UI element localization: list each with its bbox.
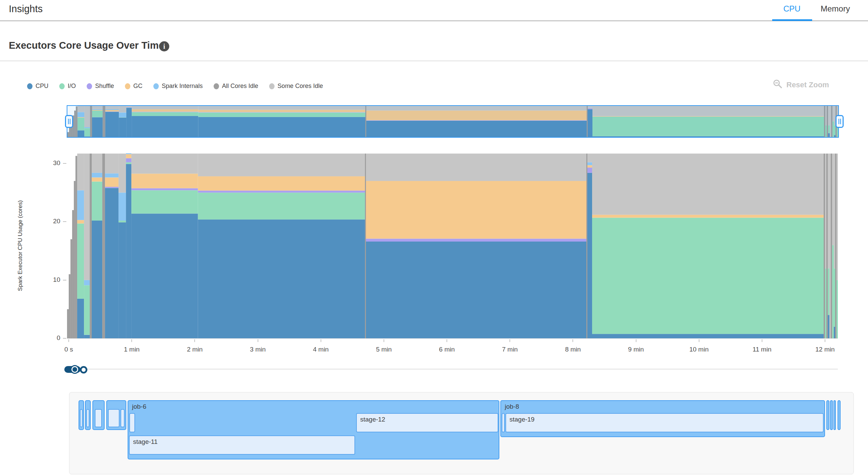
tab-memory[interactable]: Memory bbox=[821, 4, 850, 14]
legend-item-some-cores-idle[interactable]: Some Cores Idle bbox=[269, 83, 323, 90]
series-gc-segment bbox=[126, 154, 131, 158]
legend-item-shuffle[interactable]: Shuffle bbox=[87, 83, 114, 90]
series-cpu-segment bbox=[126, 164, 131, 338]
series-io-segment bbox=[198, 193, 365, 219]
stage-chip[interactable] bbox=[502, 413, 505, 432]
legend-item-i-o[interactable]: I/O bbox=[59, 83, 76, 90]
series-gc-segment bbox=[366, 181, 586, 239]
series-cpu-segment bbox=[592, 334, 824, 338]
x-tick-mark bbox=[825, 339, 825, 342]
x-tick-mark bbox=[636, 339, 636, 342]
series-io-segment bbox=[825, 268, 826, 338]
stage-chip[interactable] bbox=[95, 409, 102, 427]
series-gc-segment bbox=[77, 220, 84, 223]
section-title: Executors Core Usage Over Time bbox=[9, 40, 164, 51]
series-all_idle-segment bbox=[824, 154, 825, 338]
x-tick-mark bbox=[572, 339, 573, 342]
series-cpu-segment bbox=[105, 188, 118, 339]
zoom-slider-handle-left[interactable] bbox=[71, 366, 78, 373]
series-gc-segment bbox=[587, 165, 592, 167]
legend-dot-gc bbox=[125, 83, 130, 89]
y-tick-label: 20 bbox=[47, 218, 60, 225]
x-tick-label: 9 min bbox=[619, 346, 653, 353]
info-icon[interactable]: i bbox=[159, 41, 169, 51]
series-some_idle-segment bbox=[829, 154, 831, 338]
y-axis-title: Spark Executor CPU Usage (cores) bbox=[17, 200, 24, 291]
x-tick-mark bbox=[699, 339, 699, 342]
series-some_idle-segment bbox=[366, 154, 586, 181]
series-all_idle-segment bbox=[102, 154, 105, 338]
series-some_idle-segment bbox=[837, 154, 838, 280]
overview-chart[interactable] bbox=[67, 105, 839, 138]
x-tick-mark bbox=[131, 339, 132, 342]
series-internals-segment bbox=[126, 153, 131, 154]
legend-dot-shuffle bbox=[87, 83, 92, 89]
series-shuffle-segment bbox=[366, 239, 586, 242]
legend: CPUI/OShuffleGCSpark InternalsAll Cores … bbox=[27, 83, 323, 90]
x-tick-mark bbox=[762, 339, 762, 342]
series-cpu-segment bbox=[828, 315, 829, 338]
legend-dot-all_idle bbox=[214, 83, 219, 89]
x-tick-label: 6 min bbox=[430, 346, 464, 353]
series-some_idle-segment bbox=[198, 154, 365, 176]
page-title: Insights bbox=[9, 3, 43, 15]
x-tick-mark bbox=[258, 339, 258, 342]
legend-item-all-cores-idle[interactable]: All Cores Idle bbox=[214, 83, 258, 90]
series-io-segment bbox=[837, 280, 838, 338]
series-all_idle-segment bbox=[365, 154, 366, 338]
legend-label: GC bbox=[133, 83, 143, 90]
y-tick-mark bbox=[63, 280, 66, 280]
job-block[interactable] bbox=[838, 400, 841, 430]
series-some_idle-segment bbox=[84, 154, 90, 280]
job-block[interactable] bbox=[830, 400, 833, 430]
series-some_idle-segment bbox=[832, 154, 834, 245]
series-gc-segment bbox=[198, 176, 365, 190]
series-gc-segment bbox=[105, 178, 118, 187]
series-some_idle-segment bbox=[105, 154, 118, 174]
stage-chip[interactable] bbox=[121, 409, 125, 427]
series-all_idle-segment bbox=[831, 154, 832, 338]
series-cpu-segment bbox=[834, 327, 835, 339]
stage-chip[interactable] bbox=[108, 409, 120, 427]
legend-item-gc[interactable]: GC bbox=[125, 83, 143, 90]
stage-label: stage-19 bbox=[509, 416, 535, 423]
zoom-out-icon bbox=[773, 79, 782, 91]
job-block[interactable] bbox=[826, 400, 829, 430]
legend-label: Some Cores Idle bbox=[278, 83, 323, 90]
stage-block-stage-12[interactable]: stage-12 bbox=[356, 413, 498, 432]
legend-dot-cpu bbox=[27, 83, 32, 89]
stage-chip[interactable] bbox=[80, 409, 83, 427]
legend-dot-internals bbox=[153, 83, 159, 89]
stage-chip[interactable] bbox=[86, 409, 89, 427]
stage-label: stage-12 bbox=[360, 416, 385, 423]
x-tick-mark bbox=[447, 339, 447, 342]
legend-label: CPU bbox=[36, 83, 48, 90]
series-some_idle-segment bbox=[592, 154, 824, 215]
legend-item-cpu[interactable]: CPU bbox=[27, 83, 48, 90]
tab-cpu[interactable]: CPU bbox=[783, 4, 801, 14]
zoom-slider-handle-right[interactable] bbox=[80, 366, 87, 374]
overview-left-handle[interactable] bbox=[65, 115, 73, 128]
series-shuffle-segment bbox=[587, 167, 592, 173]
series-gc-segment bbox=[131, 174, 198, 188]
series-gc-segment bbox=[592, 215, 824, 218]
stage-block-stage-11[interactable]: stage-11 bbox=[129, 435, 355, 455]
legend-item-spark-internals[interactable]: Spark Internals bbox=[153, 83, 203, 90]
y-tick-mark bbox=[63, 221, 66, 222]
reset-zoom-button[interactable]: Reset Zoom bbox=[773, 79, 829, 91]
x-tick-label: 8 min bbox=[556, 346, 590, 353]
series-shuffle-segment bbox=[131, 188, 198, 190]
y-tick-mark bbox=[63, 338, 66, 339]
series-shuffle-segment bbox=[198, 190, 365, 193]
y-tick-label: 30 bbox=[47, 159, 60, 167]
series-some_idle-segment bbox=[118, 154, 126, 193]
job-block[interactable] bbox=[833, 400, 836, 430]
series-all_idle-segment bbox=[90, 154, 92, 338]
series-cpu-segment bbox=[77, 299, 84, 338]
overview-right-handle[interactable] bbox=[836, 115, 844, 128]
series-io-segment bbox=[131, 190, 198, 213]
stage-block-stage-19[interactable]: stage-19 bbox=[505, 413, 824, 432]
stage-chip[interactable] bbox=[129, 413, 135, 432]
zoom-slider-track[interactable] bbox=[67, 369, 838, 369]
main-chart[interactable] bbox=[67, 153, 838, 339]
